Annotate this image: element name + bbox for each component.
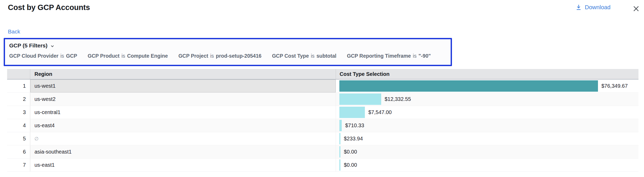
cost-bar bbox=[339, 107, 365, 118]
download-label: Download bbox=[585, 4, 611, 11]
filter-summary-label: GCP (5 Filters) bbox=[9, 42, 47, 49]
row-number: 6 bbox=[7, 145, 30, 158]
cost-bar bbox=[339, 159, 340, 171]
cost-value: $0.00 bbox=[344, 149, 357, 155]
table-row[interactable]: 5 ∅ $233.94 bbox=[7, 132, 638, 145]
region-cell[interactable]: ∅ bbox=[30, 132, 336, 145]
table-row[interactable]: 4 us-east4 $710.33 bbox=[7, 119, 638, 132]
region-cell[interactable]: us-east1 bbox=[30, 159, 336, 171]
filter-operator: is bbox=[119, 53, 127, 59]
filter-value: Compute Engine bbox=[127, 53, 168, 59]
filter-item[interactable]: GCP Cloud Provider is GCP bbox=[9, 53, 77, 59]
filter-item[interactable]: GCP Cost Type is subtotal bbox=[272, 53, 336, 59]
cost-cell[interactable]: $76,349.67 bbox=[336, 80, 638, 92]
cost-value: $233.94 bbox=[344, 136, 363, 142]
region-column-header[interactable]: Region bbox=[30, 69, 336, 79]
filter-operator: is bbox=[309, 53, 316, 59]
cost-report-panel: Cost by GCP Accounts Download Back GCP (… bbox=[0, 0, 644, 177]
table-header-row: Region Cost Type Selection bbox=[7, 69, 638, 80]
row-number: 3 bbox=[7, 106, 30, 119]
filter-value: subtotal bbox=[316, 53, 336, 59]
filter-value: prod-setup-205416 bbox=[216, 53, 261, 59]
filter-item[interactable]: GCP Product is Compute Engine bbox=[88, 53, 168, 59]
page-title: Cost by GCP Accounts bbox=[8, 3, 90, 12]
filter-operator: is bbox=[208, 53, 216, 59]
chevron-down-icon bbox=[50, 43, 55, 49]
filter-field: GCP Cloud Provider bbox=[9, 53, 58, 59]
region-cell[interactable]: us-west2 bbox=[30, 93, 336, 106]
close-icon[interactable] bbox=[631, 4, 641, 14]
filter-box: GCP (5 Filters) GCP Cloud Provider is GC… bbox=[4, 38, 452, 66]
cost-bar bbox=[339, 146, 340, 158]
table-row[interactable]: 3 us-central1 $7,547.00 bbox=[7, 106, 638, 119]
filter-operator: is bbox=[411, 53, 419, 59]
filter-item[interactable]: GCP Reporting Timeframe is "-90" bbox=[347, 53, 431, 59]
cost-cell[interactable]: $233.94 bbox=[336, 132, 638, 145]
filter-summary-dropdown[interactable]: GCP (5 Filters) bbox=[9, 42, 55, 49]
region-cell[interactable]: asia-southeast1 bbox=[30, 145, 336, 158]
cost-cell[interactable]: $0.00 bbox=[336, 145, 638, 158]
filter-field: GCP Reporting Timeframe bbox=[347, 53, 411, 59]
cost-column-header[interactable]: Cost Type Selection bbox=[336, 69, 638, 79]
filter-field: GCP Product bbox=[88, 53, 119, 59]
table-body: 1 us-west1 $76,349.67 2 us-west2 $12,332… bbox=[7, 80, 638, 172]
back-link[interactable]: Back bbox=[8, 28, 20, 35]
row-number: 4 bbox=[7, 119, 30, 132]
cost-bar bbox=[339, 94, 381, 105]
cost-cell[interactable]: $0.00 bbox=[336, 159, 638, 171]
region-cell[interactable]: us-central1 bbox=[30, 106, 336, 119]
table-row[interactable]: 6 asia-southeast1 $0.00 bbox=[7, 145, 638, 159]
row-number-header bbox=[7, 69, 30, 79]
filter-item[interactable]: GCP Project is prod-setup-205416 bbox=[178, 53, 261, 59]
filter-value: "-90" bbox=[419, 53, 431, 59]
cost-value: $7,547.00 bbox=[368, 109, 392, 115]
filter-list: GCP Cloud Provider is GCPGCP Product is … bbox=[9, 53, 446, 59]
cost-value: $0.00 bbox=[344, 162, 357, 168]
filter-field: GCP Cost Type bbox=[272, 53, 309, 59]
cost-cell[interactable]: $7,547.00 bbox=[336, 106, 638, 119]
download-button[interactable]: Download bbox=[575, 4, 611, 11]
region-cell[interactable]: us-west1 bbox=[30, 80, 336, 92]
download-icon bbox=[575, 4, 582, 11]
cost-table: Region Cost Type Selection 1 us-west1 $7… bbox=[7, 69, 638, 172]
cost-value: $76,349.67 bbox=[601, 83, 628, 89]
table-row[interactable]: 7 us-east1 $0.00 bbox=[7, 159, 638, 172]
filter-operator: is bbox=[58, 53, 66, 59]
cost-cell[interactable]: $710.33 bbox=[336, 119, 638, 132]
table-row[interactable]: 1 us-west1 $76,349.67 bbox=[7, 80, 638, 93]
row-number: 2 bbox=[7, 93, 30, 106]
cost-value: $710.33 bbox=[345, 122, 364, 129]
cost-bar bbox=[339, 80, 598, 92]
filter-field: GCP Project bbox=[178, 53, 208, 59]
table-row[interactable]: 2 us-west2 $12,332.55 bbox=[7, 93, 638, 106]
filter-value: GCP bbox=[66, 53, 77, 59]
row-number: 1 bbox=[7, 80, 30, 92]
region-cell[interactable]: us-east4 bbox=[30, 119, 336, 132]
row-number: 7 bbox=[7, 159, 30, 171]
cost-cell[interactable]: $12,332.55 bbox=[336, 93, 638, 106]
cost-value: $12,332.55 bbox=[385, 96, 411, 102]
cost-bar bbox=[339, 120, 342, 131]
row-number: 5 bbox=[7, 132, 30, 145]
cost-bar bbox=[339, 133, 340, 144]
